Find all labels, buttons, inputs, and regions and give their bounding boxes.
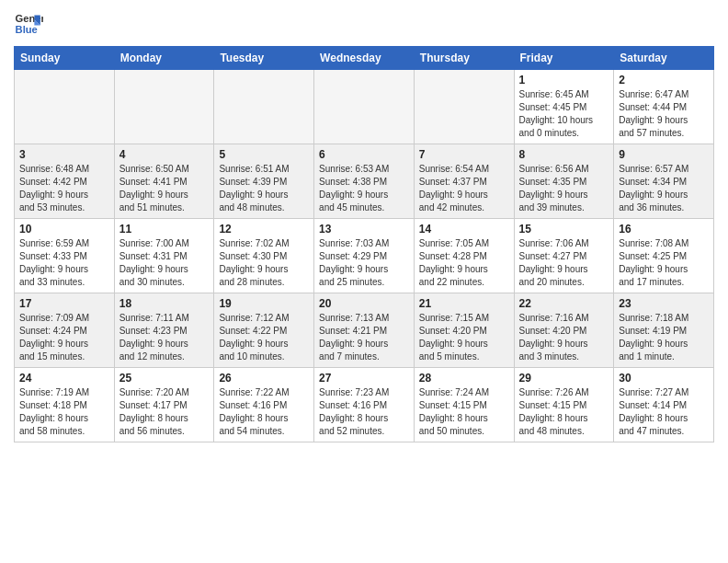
logo: General Blue (14, 9, 47, 39)
calendar-cell: 7Sunrise: 6:54 AM Sunset: 4:37 PM Daylig… (414, 144, 514, 219)
calendar-cell (214, 70, 314, 144)
calendar-cell: 13Sunrise: 7:03 AM Sunset: 4:29 PM Dayli… (314, 219, 415, 293)
day-info: Sunrise: 7:11 AM Sunset: 4:23 PM Dayligh… (119, 312, 210, 363)
day-info: Sunrise: 7:24 AM Sunset: 4:15 PM Dayligh… (419, 386, 509, 438)
day-number: 10 (19, 223, 109, 236)
col-header-thursday: Thursday (414, 47, 514, 70)
col-header-wednesday: Wednesday (314, 47, 415, 70)
day-info: Sunrise: 7:05 AM Sunset: 4:28 PM Dayligh… (419, 237, 509, 289)
calendar-cell (414, 70, 514, 144)
calendar-cell: 12Sunrise: 7:02 AM Sunset: 4:30 PM Dayli… (214, 219, 314, 293)
calendar-week-2: 3Sunrise: 6:48 AM Sunset: 4:42 PM Daylig… (15, 144, 714, 219)
day-number: 3 (19, 148, 109, 161)
calendar-cell: 2Sunrise: 6:47 AM Sunset: 4:44 PM Daylig… (614, 70, 714, 144)
day-info: Sunrise: 7:15 AM Sunset: 4:20 PM Dayligh… (419, 312, 509, 363)
day-info: Sunrise: 7:13 AM Sunset: 4:21 PM Dayligh… (319, 312, 409, 363)
calendar-cell: 23Sunrise: 7:18 AM Sunset: 4:19 PM Dayli… (614, 293, 714, 368)
col-header-friday: Friday (514, 47, 614, 70)
calendar-cell: 20Sunrise: 7:13 AM Sunset: 4:21 PM Dayli… (314, 293, 415, 368)
day-number: 17 (19, 297, 109, 310)
day-info: Sunrise: 6:48 AM Sunset: 4:42 PM Dayligh… (19, 163, 109, 214)
day-number: 21 (419, 297, 509, 310)
calendar-cell: 15Sunrise: 7:06 AM Sunset: 4:27 PM Dayli… (514, 219, 614, 293)
day-info: Sunrise: 7:08 AM Sunset: 4:25 PM Dayligh… (619, 237, 709, 289)
day-number: 23 (619, 297, 709, 310)
day-info: Sunrise: 6:56 AM Sunset: 4:35 PM Dayligh… (519, 163, 609, 214)
calendar-cell: 3Sunrise: 6:48 AM Sunset: 4:42 PM Daylig… (15, 144, 115, 219)
day-number: 6 (319, 148, 409, 161)
calendar-table: SundayMondayTuesdayWednesdayThursdayFrid… (14, 46, 714, 442)
day-info: Sunrise: 7:16 AM Sunset: 4:20 PM Dayligh… (519, 312, 609, 363)
day-number: 2 (619, 74, 709, 86)
calendar-cell: 17Sunrise: 7:09 AM Sunset: 4:24 PM Dayli… (15, 293, 115, 368)
col-header-tuesday: Tuesday (214, 47, 314, 70)
calendar-cell: 19Sunrise: 7:12 AM Sunset: 4:22 PM Dayli… (214, 293, 314, 368)
day-info: Sunrise: 7:26 AM Sunset: 4:15 PM Dayligh… (519, 386, 609, 438)
calendar-cell: 14Sunrise: 7:05 AM Sunset: 4:28 PM Dayli… (414, 219, 514, 293)
calendar-header-row: SundayMondayTuesdayWednesdayThursdayFrid… (15, 47, 714, 70)
day-number: 5 (219, 148, 309, 161)
day-number: 19 (219, 297, 309, 310)
col-header-monday: Monday (114, 47, 214, 70)
day-info: Sunrise: 7:18 AM Sunset: 4:19 PM Dayligh… (619, 312, 709, 363)
calendar-cell: 6Sunrise: 6:53 AM Sunset: 4:38 PM Daylig… (314, 144, 415, 219)
calendar-cell (114, 70, 214, 144)
day-info: Sunrise: 7:27 AM Sunset: 4:14 PM Dayligh… (619, 386, 709, 438)
day-info: Sunrise: 7:02 AM Sunset: 4:30 PM Dayligh… (219, 237, 309, 289)
page: General Blue SundayMondayTuesdayWednesda… (0, 0, 728, 563)
logo-icon: General Blue (14, 9, 43, 39)
calendar-week-4: 17Sunrise: 7:09 AM Sunset: 4:24 PM Dayli… (15, 293, 714, 368)
day-info: Sunrise: 6:45 AM Sunset: 4:45 PM Dayligh… (519, 88, 609, 140)
day-number: 8 (519, 148, 609, 161)
calendar-week-5: 24Sunrise: 7:19 AM Sunset: 4:18 PM Dayli… (15, 368, 714, 442)
calendar-week-3: 10Sunrise: 6:59 AM Sunset: 4:33 PM Dayli… (15, 219, 714, 293)
day-number: 9 (619, 148, 709, 161)
calendar-cell: 18Sunrise: 7:11 AM Sunset: 4:23 PM Dayli… (114, 293, 214, 368)
day-info: Sunrise: 7:09 AM Sunset: 4:24 PM Dayligh… (19, 312, 109, 363)
day-number: 20 (319, 297, 409, 310)
calendar-cell: 9Sunrise: 6:57 AM Sunset: 4:34 PM Daylig… (614, 144, 714, 219)
day-number: 28 (419, 372, 509, 385)
day-number: 27 (319, 372, 409, 385)
calendar-cell: 21Sunrise: 7:15 AM Sunset: 4:20 PM Dayli… (414, 293, 514, 368)
day-info: Sunrise: 6:54 AM Sunset: 4:37 PM Dayligh… (419, 163, 509, 214)
day-info: Sunrise: 7:20 AM Sunset: 4:17 PM Dayligh… (119, 386, 210, 438)
day-number: 11 (119, 223, 210, 236)
col-header-sunday: Sunday (15, 47, 115, 70)
calendar-cell: 28Sunrise: 7:24 AM Sunset: 4:15 PM Dayli… (414, 368, 514, 442)
day-number: 12 (219, 223, 309, 236)
day-info: Sunrise: 6:47 AM Sunset: 4:44 PM Dayligh… (619, 88, 709, 140)
day-info: Sunrise: 7:19 AM Sunset: 4:18 PM Dayligh… (19, 386, 109, 438)
calendar-cell: 11Sunrise: 7:00 AM Sunset: 4:31 PM Dayli… (114, 219, 214, 293)
day-info: Sunrise: 7:23 AM Sunset: 4:16 PM Dayligh… (319, 386, 409, 438)
svg-text:Blue: Blue (16, 24, 38, 35)
day-info: Sunrise: 7:03 AM Sunset: 4:29 PM Dayligh… (319, 237, 409, 289)
day-info: Sunrise: 6:57 AM Sunset: 4:34 PM Dayligh… (619, 163, 709, 214)
calendar-cell (15, 70, 115, 144)
calendar-cell: 27Sunrise: 7:23 AM Sunset: 4:16 PM Dayli… (314, 368, 415, 442)
day-info: Sunrise: 6:59 AM Sunset: 4:33 PM Dayligh… (19, 237, 109, 289)
calendar-cell: 24Sunrise: 7:19 AM Sunset: 4:18 PM Dayli… (15, 368, 115, 442)
day-info: Sunrise: 6:53 AM Sunset: 4:38 PM Dayligh… (319, 163, 409, 214)
day-number: 1 (519, 74, 609, 86)
day-info: Sunrise: 7:22 AM Sunset: 4:16 PM Dayligh… (219, 386, 309, 438)
calendar-cell: 29Sunrise: 7:26 AM Sunset: 4:15 PM Dayli… (514, 368, 614, 442)
day-number: 13 (319, 223, 409, 236)
header: General Blue (14, 9, 714, 39)
calendar-cell: 8Sunrise: 6:56 AM Sunset: 4:35 PM Daylig… (514, 144, 614, 219)
day-number: 18 (119, 297, 210, 310)
calendar-cell: 26Sunrise: 7:22 AM Sunset: 4:16 PM Dayli… (214, 368, 314, 442)
day-info: Sunrise: 7:00 AM Sunset: 4:31 PM Dayligh… (119, 237, 210, 289)
day-number: 15 (519, 223, 609, 236)
day-number: 4 (119, 148, 210, 161)
day-number: 22 (519, 297, 609, 310)
day-info: Sunrise: 7:12 AM Sunset: 4:22 PM Dayligh… (219, 312, 309, 363)
calendar-cell: 16Sunrise: 7:08 AM Sunset: 4:25 PM Dayli… (614, 219, 714, 293)
day-number: 7 (419, 148, 509, 161)
day-info: Sunrise: 7:06 AM Sunset: 4:27 PM Dayligh… (519, 237, 609, 289)
day-number: 24 (19, 372, 109, 385)
day-number: 29 (519, 372, 609, 385)
day-info: Sunrise: 6:50 AM Sunset: 4:41 PM Dayligh… (119, 163, 210, 214)
day-number: 30 (619, 372, 709, 385)
calendar-cell: 1Sunrise: 6:45 AM Sunset: 4:45 PM Daylig… (514, 70, 614, 144)
